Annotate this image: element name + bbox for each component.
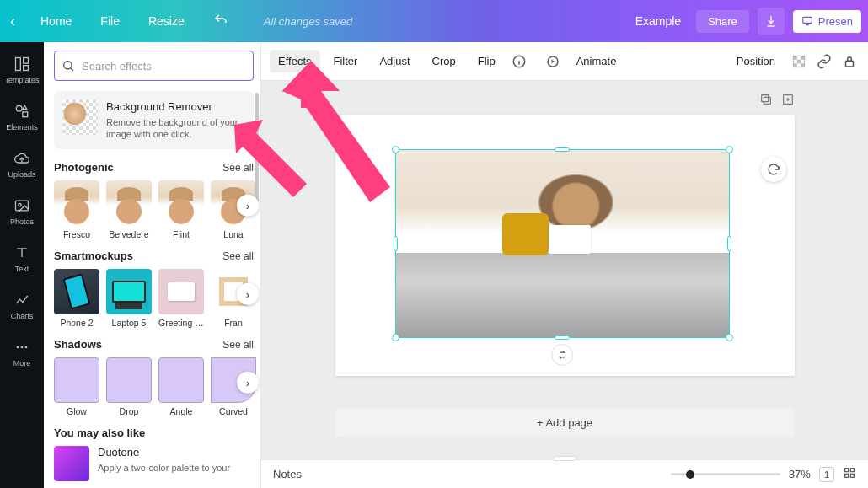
toolbar-crop[interactable]: Crop: [424, 50, 464, 72]
rail-uploads[interactable]: Uploads: [0, 145, 44, 184]
page-indicator[interactable]: 1: [819, 467, 834, 482]
text-icon: [13, 244, 30, 261]
section-shadows: Shadows See all Glow Drop Angle Curved ›: [54, 338, 254, 416]
section-smartmockups: Smartmockups See all Phone 2 Laptop 5 Gr…: [54, 249, 254, 328]
selected-image[interactable]: [396, 150, 729, 337]
svg-point-9: [21, 346, 24, 349]
zoom-slider-thumb[interactable]: [686, 470, 694, 479]
search-effects[interactable]: [54, 51, 254, 81]
effect-belvedere[interactable]: Belvedere: [106, 180, 152, 239]
toolbar-link[interactable]: [814, 51, 834, 72]
effect-flint[interactable]: Flint: [158, 180, 204, 239]
tool-rail: Templates Elements Uploads Photos Text C…: [0, 42, 44, 488]
resize-handle-e[interactable]: [727, 236, 731, 251]
link-icon: [817, 54, 832, 69]
svg-point-7: [19, 204, 21, 206]
photogenic-next[interactable]: ›: [237, 195, 259, 217]
smartmockups-next[interactable]: ›: [237, 283, 259, 305]
rail-charts[interactable]: Charts: [0, 287, 44, 325]
shadows-next[interactable]: ›: [237, 372, 259, 394]
background-remover[interactable]: Background Remover Remove the background…: [54, 91, 254, 149]
swap-button[interactable]: [551, 344, 573, 366]
shadow-glow[interactable]: Glow: [54, 357, 99, 416]
svg-rect-17: [801, 63, 805, 67]
resize-handle-n[interactable]: [555, 147, 570, 152]
search-icon: [62, 59, 75, 72]
also-like-title: You may also like: [54, 426, 145, 439]
svg-rect-24: [845, 469, 849, 472]
share-button[interactable]: Share: [696, 10, 749, 33]
effects-panel: Background Remover Remove the background…: [44, 42, 261, 488]
smartmockups-title: Smartmockups: [54, 249, 133, 262]
example-label[interactable]: Example: [629, 11, 688, 31]
toolbar-flip[interactable]: Flip: [469, 50, 504, 72]
add-page-icon[interactable]: [781, 93, 795, 110]
notes-label[interactable]: Notes: [273, 468, 302, 480]
duplicate-page[interactable]: [759, 93, 773, 110]
photogenic-see-all[interactable]: See all: [222, 162, 254, 174]
notes-bar: Notes 37% 1: [261, 459, 868, 488]
search-input[interactable]: [82, 60, 246, 72]
toolbar-lock[interactable]: [839, 51, 860, 72]
rail-photos[interactable]: Photos: [0, 192, 44, 231]
rail-templates[interactable]: Templates: [0, 51, 44, 89]
zoom-value: 37%: [789, 468, 811, 480]
canvas-meta: [335, 93, 795, 110]
shadows-title: Shadows: [54, 338, 102, 351]
shadow-angle[interactable]: Angle: [158, 357, 204, 416]
rail-elements[interactable]: Elements: [0, 98, 44, 137]
resize-handle-ne[interactable]: [726, 146, 733, 153]
toolbar-effects[interactable]: Effects: [270, 50, 320, 72]
present-icon: [801, 15, 813, 27]
svg-rect-2: [24, 58, 29, 64]
grid-view[interactable]: [843, 466, 856, 482]
shadow-drop[interactable]: Drop: [106, 357, 152, 416]
toolbar-transparency[interactable]: [789, 51, 809, 72]
resize-handle-se[interactable]: [726, 334, 733, 341]
shadows-see-all[interactable]: See all: [222, 339, 254, 351]
panel-scrollbar[interactable]: [255, 93, 259, 202]
mockup-phone2[interactable]: Phone 2: [54, 269, 99, 328]
mockup-laptop5[interactable]: Laptop 5: [106, 269, 152, 328]
toolbar-animate[interactable]: Animate: [568, 50, 625, 72]
back-button[interactable]: ‹: [7, 13, 19, 30]
svg-rect-22: [761, 95, 768, 102]
effect-fresco[interactable]: Fresco: [54, 180, 99, 239]
toolbar-adjust[interactable]: Adjust: [371, 50, 418, 72]
resize-handle-sw[interactable]: [392, 334, 399, 341]
toolbar-animate-icon[interactable]: [543, 51, 563, 72]
resize-handle-w[interactable]: [394, 236, 398, 251]
effect-duotone[interactable]: Duotone Apply a two-color palette to you…: [54, 446, 254, 481]
file-menu[interactable]: File: [94, 11, 126, 31]
rotate-button[interactable]: [761, 157, 786, 182]
svg-point-11: [64, 62, 72, 69]
svg-rect-25: [850, 469, 854, 472]
smartmockups-see-all[interactable]: See all: [222, 250, 254, 262]
toolbar-filter[interactable]: Filter: [325, 50, 367, 72]
lock-icon: [842, 54, 857, 69]
save-status: All changes saved: [264, 15, 353, 28]
svg-rect-15: [793, 56, 797, 60]
svg-rect-1: [16, 58, 21, 71]
svg-rect-27: [850, 474, 854, 477]
add-page-button[interactable]: + Add page: [335, 408, 795, 437]
image-content: [396, 150, 729, 337]
toolbar-position[interactable]: Position: [728, 50, 784, 72]
present-button[interactable]: Presen: [793, 10, 861, 33]
rail-text[interactable]: Text: [0, 239, 44, 278]
zoom-slider[interactable]: [671, 473, 780, 475]
undo-button[interactable]: [206, 9, 235, 34]
canvas-page[interactable]: [335, 115, 795, 376]
image-toolbar: Effects Filter Adjust Crop Flip Animate …: [261, 42, 868, 81]
home-button[interactable]: Home: [34, 11, 78, 31]
notes-drag-handle[interactable]: [553, 456, 576, 461]
toolbar-info[interactable]: [509, 51, 529, 72]
duplicate-icon: [759, 93, 773, 106]
resize-handle-nw[interactable]: [392, 146, 399, 153]
rail-more[interactable]: More: [0, 334, 44, 373]
download-button[interactable]: [758, 8, 785, 35]
resize-menu[interactable]: Resize: [142, 11, 191, 31]
svg-rect-20: [846, 61, 854, 67]
mockup-greetingcard[interactable]: Greeting car...: [158, 269, 204, 328]
resize-handle-s[interactable]: [555, 335, 570, 340]
